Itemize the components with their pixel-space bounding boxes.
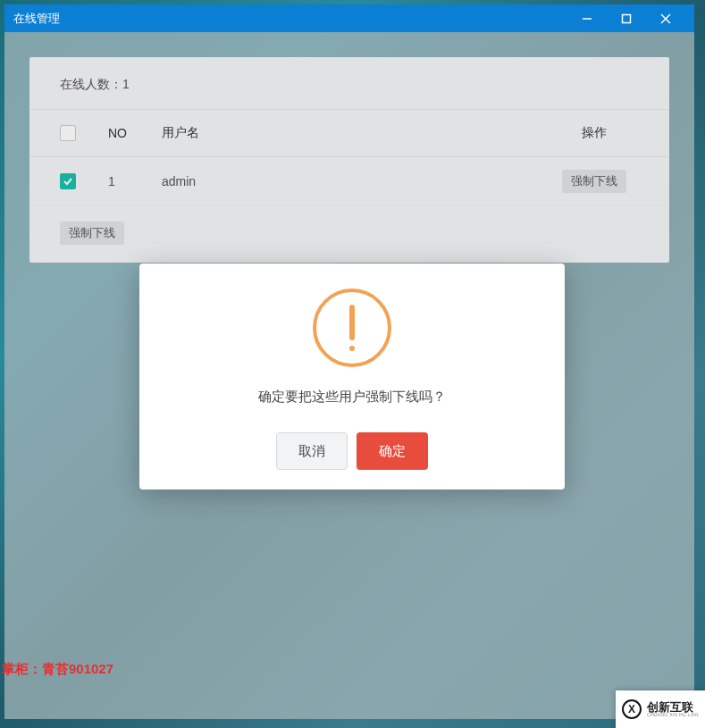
dialog-actions: 取消 确定 (276, 432, 428, 470)
watermark-text: 掌柜：青苔901027 (2, 661, 113, 678)
minimize-button[interactable] (567, 4, 607, 32)
row-op-cell: 强制下线 (550, 170, 639, 193)
close-button[interactable] (646, 4, 685, 32)
header-no: NO (108, 126, 158, 140)
header-op: 操作 (550, 125, 639, 141)
maximize-icon (621, 13, 632, 24)
confirm-dialog: 确定要把这些用户强制下线吗？ 取消 确定 (139, 264, 565, 490)
check-icon (63, 176, 73, 187)
brand-logo-icon: X (622, 699, 642, 719)
header-username: 用户名 (158, 125, 550, 141)
dialog-message: 确定要把这些用户强制下线吗？ (258, 389, 446, 406)
header-checkbox-cell (60, 125, 108, 141)
titlebar: 在线管理 (4, 4, 694, 32)
table-row: 1 admin 强制下线 (29, 157, 669, 205)
row-checkbox[interactable] (60, 173, 76, 189)
maximize-button[interactable] (607, 4, 646, 32)
minimize-icon (582, 13, 592, 24)
online-card: 在线人数：1 NO 用户名 操作 1 (29, 57, 669, 263)
close-icon (660, 13, 671, 24)
svg-rect-1 (623, 14, 631, 22)
confirm-button[interactable]: 确定 (357, 432, 428, 470)
bulk-force-offline-button[interactable]: 强制下线 (60, 222, 124, 245)
warning-icon (313, 289, 391, 367)
select-all-checkbox[interactable] (60, 125, 76, 141)
users-table: NO 用户名 操作 1 admin 强制下线 (29, 109, 669, 205)
window-title: 在线管理 (13, 11, 567, 27)
row-checkbox-cell (60, 173, 108, 189)
force-offline-button[interactable]: 强制下线 (562, 170, 626, 193)
brand-name-en: CHUANG XIN HU LIAN (647, 713, 699, 717)
row-username: admin (158, 174, 550, 188)
online-count-label: 在线人数：1 (29, 57, 669, 102)
table-header: NO 用户名 操作 (29, 109, 669, 157)
brand-badge: X 创新互联 CHUANG XIN HU LIAN (616, 690, 705, 728)
row-no: 1 (108, 174, 158, 188)
cancel-button[interactable]: 取消 (276, 432, 348, 470)
